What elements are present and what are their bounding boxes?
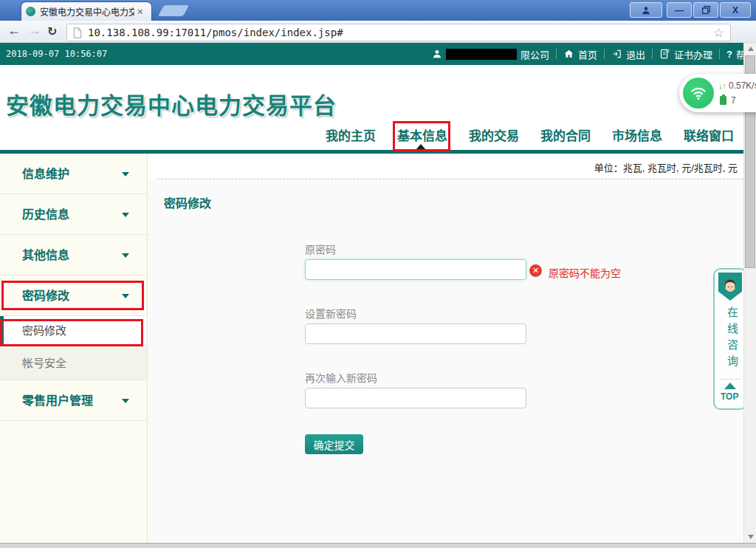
online-help-widget[interactable]: 在线咨询 TOP (713, 268, 747, 410)
user-info: 限公司 (432, 47, 549, 61)
main-content: 单位：兆瓦, 兆瓦时, 元/兆瓦时, 元 密码修改 原密码 ✕ 原密码不能为空 … (148, 154, 743, 543)
certificate-label: 证书办理 (674, 47, 712, 61)
page-title: 密码修改 (164, 193, 211, 211)
chevron-down-icon (122, 253, 129, 258)
tab-close-icon[interactable]: × (137, 7, 143, 16)
page-icon (73, 27, 82, 38)
window-bottom-frame (0, 543, 756, 548)
confirm-password-label: 再次输入新密码 (305, 370, 377, 385)
nav-tab-my-contracts[interactable]: 我的合同 (540, 126, 591, 144)
net-speed-row: ↓ ↑ 0.57K/s (718, 81, 756, 91)
customer-service-avatar (718, 273, 742, 301)
battery-icon (720, 96, 726, 105)
topbar-links: 限公司 首页 退出 (432, 43, 743, 65)
back-button[interactable]: ← (7, 23, 21, 38)
help-label: 帮助 (736, 47, 743, 61)
scroll-down-arrow[interactable] (744, 531, 756, 543)
site-favicon-icon (26, 7, 35, 16)
sidebar-group-label: 零售用户管理 (22, 394, 93, 407)
error-icon: ✕ (529, 264, 542, 277)
net-count-value: 7 (731, 95, 736, 106)
browser-titlebar: 安徽电力交易中心电力交易 × — X (0, 0, 756, 21)
url-text[interactable]: 10.138.108.99:17011/pmos/index/index.jsp… (88, 27, 713, 38)
units-note: 单位：兆瓦, 兆瓦时, 元/兆瓦时, 元 (594, 160, 738, 174)
back-to-top-arrow-icon[interactable] (724, 383, 736, 389)
close-button[interactable]: X (720, 2, 751, 18)
old-password-label: 原密码 (305, 242, 336, 256)
site-header: 安徽电力交易中心电力交易平台 我的主页 基本信息 我的交易 我的合同 市场信息 … (0, 65, 756, 150)
logout-label: 退出 (626, 47, 645, 61)
divider (604, 49, 605, 59)
sidebar-group-label: 历史信息 (22, 208, 69, 221)
sidebar-group-label: 其他信息 (22, 249, 69, 261)
maximize-button[interactable] (693, 2, 718, 18)
scroll-up-arrow[interactable] (744, 43, 756, 55)
sidebar-group-info-maintenance[interactable]: 信息维护 (0, 154, 147, 194)
redacted-company-name (446, 49, 517, 60)
nav-tab-contact[interactable]: 联络窗口 (684, 126, 734, 144)
certificate-link[interactable]: 证书办理 (659, 47, 712, 61)
forward-button[interactable]: → (28, 23, 41, 38)
old-password-input[interactable] (305, 259, 526, 280)
net-speed-value: 0.57K/s (729, 81, 756, 91)
error-message: 原密码不能为空 (549, 265, 621, 280)
site-logo: 安徽电力交易中心电力交易平台 (6, 87, 337, 120)
user-icon (641, 5, 651, 16)
person-icon (432, 49, 442, 59)
new-password-label: 设置新密码 (305, 306, 357, 321)
help-link[interactable]: ? 帮助 (726, 47, 743, 61)
main-nav: 我的主页 基本信息 我的交易 我的合同 市场信息 联络窗口 (326, 126, 734, 144)
sidebar: 信息维护 历史信息 其他信息 密码修改 密码修改 帐号安全 零售用户管理 (0, 154, 148, 543)
logout-icon (611, 49, 622, 59)
timestamp: 2018-09-07 10:56:07 (6, 49, 107, 59)
profile-button[interactable] (630, 2, 662, 18)
sidebar-group-retail-user-mgmt[interactable]: 零售用户管理 (0, 380, 147, 421)
submit-button[interactable]: 确定提交 (305, 434, 363, 454)
nav-tab-market-info[interactable]: 市场信息 (612, 126, 662, 144)
sidebar-group-other-info[interactable]: 其他信息 (0, 235, 147, 275)
bookmark-star-icon[interactable]: ☆ (713, 27, 724, 39)
sidebar-group-history-info[interactable]: 历史信息 (0, 194, 147, 235)
company-suffix: 限公司 (520, 47, 549, 61)
annotation-box-nav (393, 121, 450, 151)
chevron-down-icon (122, 172, 129, 177)
new-tab-button[interactable] (158, 5, 189, 16)
back-to-top-label[interactable]: TOP (721, 391, 738, 402)
scrollbar[interactable] (743, 43, 756, 543)
divider (556, 49, 557, 59)
units-strip: 单位：兆瓦, 兆瓦时, 元/兆瓦时, 元 (148, 154, 743, 179)
logout-link[interactable]: 退出 (611, 47, 645, 61)
home-link[interactable]: 首页 (563, 47, 597, 61)
certificate-icon (659, 48, 670, 60)
address-bar[interactable]: 10.138.108.99:17011/pmos/index/index.jsp… (66, 24, 731, 41)
question-icon: ? (726, 49, 732, 60)
site-topbar: 2018-09-07 10:56:07 限公司 首页 (0, 43, 743, 65)
annotation-box-sidebar-item (0, 319, 143, 346)
online-consult-label[interactable]: 在线咨询 (724, 306, 740, 371)
net-speed-widget[interactable]: ↓ ↑ 0.57K/s 7 (679, 74, 756, 112)
wifi-icon (683, 78, 714, 109)
home-icon (563, 49, 574, 59)
nav-tab-my-trades[interactable]: 我的交易 (469, 126, 519, 144)
sidebar-group-label: 信息维护 (22, 168, 69, 180)
chevron-down-icon (122, 213, 129, 217)
net-count-row: 7 (720, 95, 736, 106)
sidebar-item-account-security[interactable]: 帐号安全 (0, 346, 147, 380)
home-label: 首页 (578, 47, 597, 61)
annotation-box-sidebar-group (1, 281, 144, 310)
reload-button[interactable]: ↻ (47, 24, 57, 38)
divider (652, 49, 653, 59)
chevron-down-icon (122, 399, 129, 403)
dashed-divider (157, 179, 743, 179)
divider (719, 49, 720, 59)
minimize-button[interactable]: — (667, 2, 692, 18)
restore-icon (701, 5, 711, 15)
tab-title: 安徽电力交易中心电力交易 (40, 5, 134, 18)
confirm-password-input[interactable] (305, 388, 526, 408)
screen: 安徽电力交易中心电力交易 × — X ← → ↻ 10.138.108.99:1 (0, 0, 756, 548)
divider (719, 379, 741, 380)
nav-tab-home[interactable]: 我的主页 (326, 126, 376, 144)
upload-arrow-icon: ↑ (723, 81, 727, 90)
browser-tab[interactable]: 安徽电力交易中心电力交易 × (21, 1, 152, 21)
new-password-input[interactable] (305, 323, 526, 344)
